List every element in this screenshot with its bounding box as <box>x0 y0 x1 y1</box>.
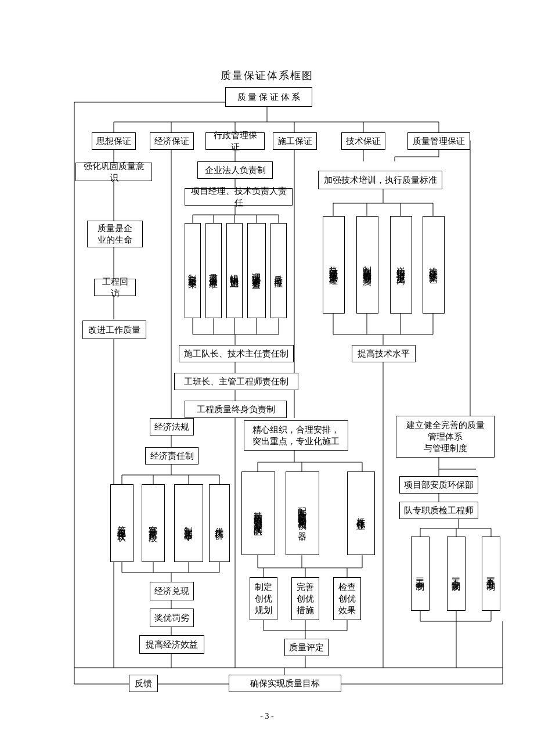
page: 质量保证体系框图 <box>0 0 534 756</box>
admin-col-0: 制定质量政策 <box>185 223 201 318</box>
root-box: 质 量 保 证 体 系 <box>225 87 312 107</box>
bottom-feedback: 反馈 <box>129 675 158 692</box>
econ-col-1: 完善计量支付手段 <box>142 484 165 562</box>
qm-establish: 建立健全完善的质量 管理体系 与管理制度 <box>396 416 495 458</box>
qm-col-2: 五不施工制 <box>482 537 500 611</box>
constr-sub-0: 制定 创优 规划 <box>250 577 277 620</box>
diagram-title: 质量保证体系框图 <box>0 69 534 82</box>
econ-col-3: 优质优价 <box>209 484 230 562</box>
qm-col-1: 三不交接制 <box>447 537 466 611</box>
constr-sub-1: 完善 创优 措施 <box>291 577 319 620</box>
constr-sub-2: 检查 创优 效果 <box>333 577 361 620</box>
econ-cash: 经济兑现 <box>150 582 194 600</box>
econ-col-0: 签定包保责任状 <box>110 484 134 562</box>
admin-col-1: 贯彻质量标准 <box>205 223 222 318</box>
page-number: - 3 - <box>0 712 534 721</box>
econ-col-2: 制定奖惩条令 <box>174 484 203 562</box>
econ-benefit: 提高经济效益 <box>139 635 204 654</box>
constr-col-0: 精干高效的项目部和专业施工队伍 <box>241 471 275 555</box>
tech-col-2: 岗位培训与持证上岗 <box>390 216 412 314</box>
constr-col-2: 标准化作业 <box>347 471 375 555</box>
admin-team-lead: 施工队长、技术主任责任制 <box>179 345 294 362</box>
lvl1-admin: 行政管理保证 <box>205 132 265 150</box>
admin-foreman: 工班长、主管工程师责任制 <box>174 373 298 390</box>
tech-col-1: 制定完善技术管理制度 <box>356 216 378 314</box>
lvl1-economic: 经济保证 <box>150 132 194 150</box>
admin-corp: 企业法人负责制 <box>197 161 273 179</box>
bottom-goal: 确保实现质量目标 <box>229 675 341 692</box>
ideology-strengthen: 强化巩固质量意识 <box>75 163 152 181</box>
tech-training: 加强技术培训，执行质量标准 <box>318 171 442 189</box>
admin-proj: 项目经理、技术负责人责任 <box>185 188 293 206</box>
lvl1-ideology: 思想保证 <box>92 132 136 150</box>
constr-organize: 精心组织，合理安排， 突出重点，专业化施工 <box>244 420 348 451</box>
tech-improve-level: 提高技术水平 <box>352 345 416 362</box>
admin-col-4: 质量监控 <box>270 223 287 318</box>
econ-resp: 经济责任制 <box>145 447 199 465</box>
ideology-revisit: 工程回访 <box>94 279 136 296</box>
admin-lifetime: 工程质量终身负责制 <box>185 401 287 418</box>
econ-reward: 奖优罚劣 <box>150 609 194 627</box>
qm-col-0: 三工三查制 <box>411 537 430 611</box>
ideology-improve: 改进工作质量 <box>82 321 146 339</box>
ideology-life: 质量是企 业的生命 <box>87 221 143 247</box>
lvl1-quality-mgmt: 质量管理保证 <box>407 132 470 150</box>
admin-col-3: 调配技术质管力量 <box>247 223 266 318</box>
lvl1-construction: 施工保证 <box>273 132 317 150</box>
lvl1-technical: 技术保证 <box>341 132 385 150</box>
tech-col-0: 执行部颁规范技术标准 <box>323 216 345 314</box>
tech-col-3: 推广新技术新工艺 <box>423 216 445 314</box>
constr-col-1: 配套齐全的机械设备和测试仪 器 <box>286 471 319 555</box>
qm-safety-dept: 项目部安质环保部 <box>399 476 478 494</box>
constr-assess: 质量评定 <box>284 639 329 656</box>
admin-col-2: 组织协调施工 <box>226 223 243 318</box>
econ-law: 经济法规 <box>150 418 194 435</box>
qm-quality-eng: 队专职质检工程师 <box>399 502 478 519</box>
